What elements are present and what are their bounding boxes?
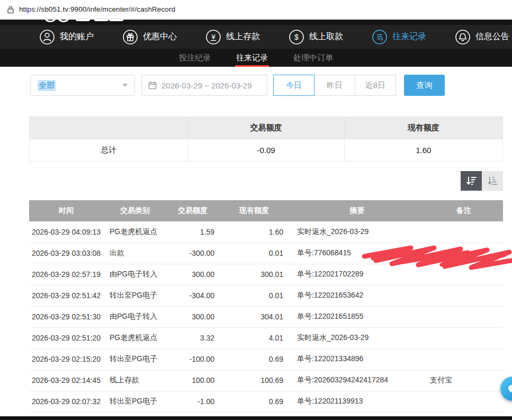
type-filter-dropdown[interactable]: 全部 <box>30 75 135 96</box>
cell-balance: 304.01 <box>219 306 290 327</box>
cell-amount: 100.00 <box>167 370 219 391</box>
nav-item-label: 我的账户 <box>60 31 94 42</box>
cell-type: PG老虎机返点 <box>103 327 167 348</box>
nav-item-label: 信息公告 <box>475 31 509 42</box>
cell-remark <box>425 264 503 285</box>
sort-descending-button[interactable] <box>461 171 482 191</box>
nav-item-promotions[interactable]: 优惠中心 <box>122 29 177 45</box>
table-row: 2026-03-29 02:07:32 转出至PG电子 -1.00 0.69 单… <box>29 391 503 412</box>
cell-amount: -100.00 <box>167 348 219 370</box>
cell-amount: -304.00 <box>167 285 219 306</box>
summary-total-label: 总计 <box>30 139 188 162</box>
yesterday-button[interactable]: 昨日 <box>314 75 355 96</box>
sub-nav: 投注纪录 往来记录 处理中订单 <box>0 49 512 67</box>
cell-amount: 300.00 <box>167 306 219 327</box>
today-button[interactable]: 今日 <box>273 75 315 96</box>
cell-remark <box>425 348 503 370</box>
col-header-summary: 摘要 <box>290 200 425 221</box>
nav-item-label: 往来记录 <box>392 31 426 42</box>
cell-summary: 实时返水_2026-03-29 <box>290 221 425 243</box>
nav-item-deposit[interactable]: ¥ 线上存款 <box>205 29 260 45</box>
site-logo-block-3 <box>109 20 123 21</box>
cell-remark <box>425 306 503 327</box>
cell-remark <box>425 327 503 348</box>
tab-bet-records[interactable]: 投注纪录 <box>178 49 212 67</box>
table-row: 2026-03-29 02:15:20 转出至PG电子 -100.00 0.69… <box>29 348 503 370</box>
cell-amount: 1.59 <box>167 221 219 243</box>
date-range-input[interactable]: 2026-03-29 ~ 2026-03-29 <box>141 75 267 96</box>
table-row: 2026-03-29 02:51:20 PG老虎机返点 3.32 4.01 实时… <box>29 327 503 348</box>
table-row: 2026-03-29 02:14:45 线上存款 100.00 100.69 单… <box>29 370 503 391</box>
chat-icon <box>507 383 512 395</box>
cell-remark: 支付宝 <box>425 370 503 391</box>
cell-summary: 单号:122021334896 <box>290 348 425 370</box>
cell-summary: 单号:202603294242417284 <box>290 370 425 391</box>
nav-item-label: 线上取款 <box>309 31 343 42</box>
cell-time: 2026-03-29 02:57:19 <box>29 264 103 285</box>
sort-controls <box>461 171 503 191</box>
summary-balance-total: 1.60 <box>344 139 503 162</box>
cell-time: 2026-03-29 03:03:08 <box>29 243 103 264</box>
cell-time: 2026-03-29 04:09:13 <box>29 221 103 243</box>
cell-remark <box>425 243 503 264</box>
cell-balance: 100.69 <box>219 370 290 391</box>
col-header-time: 时间 <box>29 200 103 221</box>
table-row: 2026-03-29 02:57:19 由PG电子转入 300.00 300.0… <box>29 264 503 285</box>
cell-summary: 单号:776068415 <box>290 243 425 264</box>
col-header-type: 交易类别 <box>103 200 167 221</box>
table-row: 2026-03-29 03:03:08 出款 -300.00 0.01 单号:7… <box>29 243 503 264</box>
cell-balance: 0.69 <box>219 391 290 412</box>
cell-summary: 单号:122021651855 <box>290 306 425 327</box>
cell-balance: 0.01 <box>219 243 290 264</box>
records-table-body: 2026-03-29 04:09:13 PG老虎机返点 1.59 1.60 实时… <box>29 221 503 412</box>
summary-table: 交易额度 现有额度 总计 -0.09 1.60 <box>29 117 503 162</box>
summary-header-balance: 现有额度 <box>344 117 503 139</box>
cell-balance: 0.69 <box>219 348 290 370</box>
cell-type: 转出至PG电子 <box>103 391 167 412</box>
date-range-value: 2026-03-29 ~ 2026-03-29 <box>161 81 252 90</box>
cell-type: 出款 <box>103 243 167 264</box>
svg-text:¥: ¥ <box>211 33 215 41</box>
cell-amount: -1.00 <box>167 391 219 412</box>
deposit-icon: ¥ <box>205 29 221 45</box>
table-row: 2026-03-29 04:09:13 PG老虎机返点 1.59 1.60 实时… <box>29 221 503 243</box>
nav-item-my-account[interactable]: 我的账户 <box>39 29 94 45</box>
site-logo-block-1 <box>76 20 90 21</box>
tab-processing-orders[interactable]: 处理中订单 <box>292 49 334 67</box>
browser-url-bar[interactable]: https://sb051.tv:9900/infe/mcenter/#/cas… <box>0 0 512 19</box>
calendar-icon <box>148 81 157 90</box>
cell-balance: 0.01 <box>219 285 290 306</box>
user-icon <box>39 29 55 45</box>
cell-summary: 单号:122021702289 <box>290 264 425 285</box>
cell-time: 2026-03-29 02:51:42 <box>29 285 103 306</box>
cell-type: 由PG电子转入 <box>103 264 167 285</box>
nav-item-transaction-records[interactable]: 往来记录 <box>372 29 426 45</box>
col-header-balance: 现有额度 <box>219 200 290 221</box>
summary-transaction-total: -0.09 <box>188 139 344 162</box>
cell-remark <box>425 391 503 412</box>
summary-header-transaction: 交易额度 <box>188 117 344 139</box>
main-nav: 我的账户 优惠中心 ¥ 线上存款 $ 线上取款 往来记录 <box>0 25 512 49</box>
nav-item-label: 优惠中心 <box>143 31 177 42</box>
sort-ascending-button[interactable] <box>482 171 503 191</box>
records-header-row: 时间 交易类别 交易额度 现有额度 摘要 备注 <box>29 200 503 221</box>
site-logo-ring-left <box>43 20 57 22</box>
lock-icon <box>7 5 14 14</box>
site-logo-block-2 <box>94 20 109 21</box>
cell-time: 2026-03-29 02:14:45 <box>29 370 103 391</box>
last-8-days-button[interactable]: 近8日 <box>355 75 396 96</box>
cell-time: 2026-03-29 02:15:20 <box>29 348 103 370</box>
search-button[interactable]: 查询 <box>404 75 445 96</box>
col-header-remark: 备注 <box>425 200 503 221</box>
cell-balance: 4.01 <box>219 327 290 348</box>
sort-desc-icon <box>466 176 477 186</box>
url-text[interactable]: https://sb051.tv:9900/infe/mcenter/#/cas… <box>19 5 175 13</box>
col-header-amount: 交易额度 <box>167 200 219 221</box>
cell-type: PG老虎机返点 <box>103 221 167 243</box>
tab-transaction-records[interactable]: 往来记录 <box>235 49 269 67</box>
nav-item-withdraw[interactable]: $ 线上取款 <box>289 29 343 45</box>
cell-time: 2026-03-29 02:51:30 <box>29 306 103 327</box>
bottom-edge-bar <box>0 416 512 420</box>
nav-item-announcements[interactable]: 信息公告 <box>455 29 509 45</box>
quick-date-buttons: 今日 昨日 近8日 <box>274 75 396 96</box>
